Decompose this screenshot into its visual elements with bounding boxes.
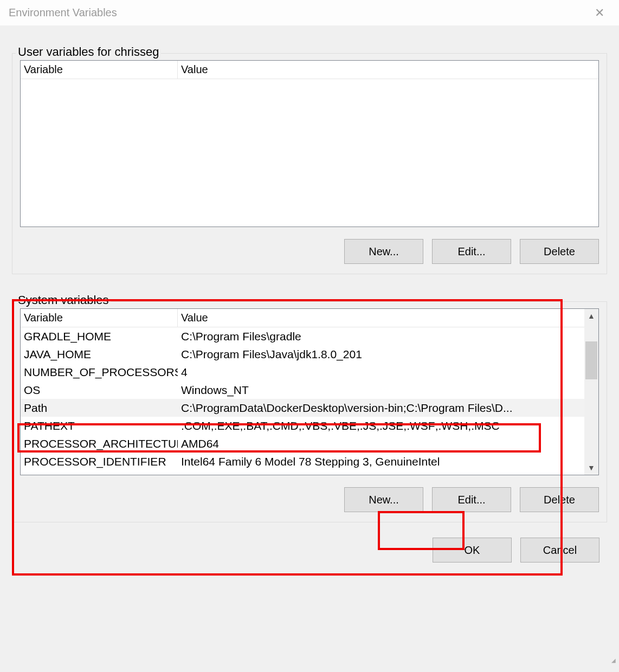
table-row[interactable]: PathC:\ProgramData\DockerDesktop\version… (21, 399, 584, 417)
row-value: Windows_NT (178, 384, 584, 397)
user-delete-button[interactable]: Delete (520, 239, 599, 264)
system-variables-legend: System variables (16, 293, 111, 307)
scroll-thumb[interactable] (585, 341, 597, 379)
row-value: C:\ProgramData\DockerDesktop\version-bin… (178, 402, 584, 415)
sys-scrollbar[interactable]: ▲ ▼ (584, 309, 598, 475)
window-title: Environment Variables (9, 7, 117, 19)
row-variable: JAVA_HOME (21, 348, 178, 361)
row-value: C:\Program Files\gradle (178, 330, 584, 343)
sys-col-value[interactable]: Value (178, 309, 584, 327)
user-new-button[interactable]: New... (344, 239, 423, 264)
scroll-up-icon[interactable]: ▲ (584, 309, 598, 323)
titlebar: Environment Variables ✕ (0, 0, 619, 26)
user-button-row: New... Edit... Delete (20, 239, 599, 264)
user-edit-button[interactable]: Edit... (432, 239, 511, 264)
row-variable: PATHEXT (21, 419, 178, 432)
system-variables-listbox[interactable]: Variable Value GRADLE_HOMEC:\Program Fil… (20, 308, 599, 475)
system-variables-group: System variables Variable Value GRADLE_H… (12, 301, 607, 522)
dialog-bottom-row: OK Cancel (0, 528, 619, 568)
close-icon[interactable]: ✕ (589, 6, 610, 20)
row-variable: Path (21, 402, 178, 415)
table-row[interactable]: PROCESSOR_ARCHITECTUREAMD64 (21, 435, 584, 453)
user-variables-listbox[interactable]: Variable Value (20, 60, 599, 227)
table-row[interactable]: PATHEXT.COM;.EXE;.BAT;.CMD;.VBS;.VBE;.JS… (21, 417, 584, 435)
row-value: Intel64 Family 6 Model 78 Stepping 3, Ge… (178, 455, 584, 468)
sys-delete-button[interactable]: Delete (520, 487, 599, 512)
user-list-header: Variable Value (21, 61, 598, 79)
table-row[interactable]: OSWindows_NT (21, 381, 584, 399)
sys-button-row: New... Edit... Delete (20, 487, 599, 512)
dialog-content: User variables for chrisseg Variable Val… (0, 26, 619, 528)
table-row[interactable]: GRADLE_HOMEC:\Program Files\gradle (21, 327, 584, 345)
sys-edit-button[interactable]: Edit... (432, 487, 511, 512)
row-value: 4 (178, 366, 584, 379)
table-row[interactable]: JAVA_HOMEC:\Program Files\Java\jdk1.8.0_… (21, 345, 584, 363)
table-row[interactable]: NUMBER_OF_PROCESSORS4 (21, 363, 584, 381)
sys-col-variable[interactable]: Variable (21, 309, 178, 327)
resize-grip-icon[interactable]: ◢ (606, 659, 616, 669)
row-variable: OS (21, 384, 178, 397)
row-variable: NUMBER_OF_PROCESSORS (21, 366, 178, 379)
user-col-value[interactable]: Value (178, 61, 598, 79)
user-variables-group: User variables for chrisseg Variable Val… (12, 53, 607, 274)
row-value: .COM;.EXE;.BAT;.CMD;.VBS;.VBE;.JS;.JSE;.… (178, 419, 584, 432)
user-variables-legend: User variables for chrisseg (16, 45, 161, 59)
sys-rows: GRADLE_HOMEC:\Program Files\gradleJAVA_H… (21, 327, 584, 475)
row-value: AMD64 (178, 437, 584, 450)
cancel-button[interactable]: Cancel (520, 538, 599, 563)
row-value: C:\Program Files\Java\jdk1.8.0_201 (178, 348, 584, 361)
table-row[interactable]: PROCESSOR_IDENTIFIERIntel64 Family 6 Mod… (21, 453, 584, 470)
row-variable: PROCESSOR_IDENTIFIER (21, 455, 178, 468)
row-variable: PROCESSOR_ARCHITECTURE (21, 437, 178, 450)
user-col-variable[interactable]: Variable (21, 61, 178, 79)
ok-button[interactable]: OK (433, 538, 512, 563)
row-variable: GRADLE_HOME (21, 330, 178, 343)
scroll-down-icon[interactable]: ▼ (584, 461, 598, 475)
sys-list-header: Variable Value (21, 309, 584, 327)
sys-new-button[interactable]: New... (344, 487, 423, 512)
